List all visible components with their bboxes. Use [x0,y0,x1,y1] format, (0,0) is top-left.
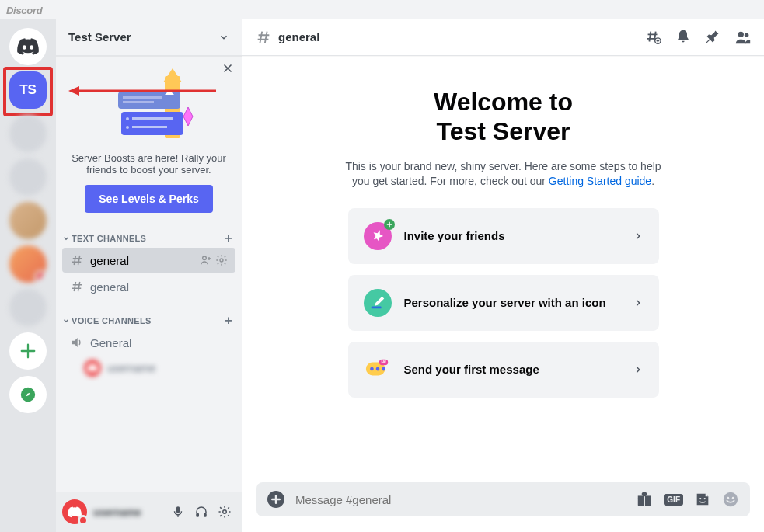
server-header[interactable]: Test Server [56,19,242,56]
pin-icon [705,29,720,44]
notifications-button[interactable] [675,29,691,46]
server-icon-blurred[interactable] [9,289,47,326]
attach-button[interactable] [267,491,284,508]
add-server-button[interactable] [9,332,47,370]
emoji-button[interactable] [722,491,739,508]
speaker-icon [70,336,84,349]
text-channels-category[interactable]: TEXT CHANNELS + [56,225,242,247]
hash-icon [70,280,84,294]
self-username[interactable]: username [93,506,161,518]
chevron-down-icon [218,32,229,43]
svg-rect-4 [123,96,162,99]
status-indicator [78,515,89,526]
server-icon-blurred[interactable] [9,158,47,196]
action-label: Invite your friends [404,229,633,242]
message-input[interactable] [295,493,636,506]
plus-icon [271,495,281,504]
explore-servers-button[interactable] [9,376,47,413]
paint-icon [364,289,392,317]
pinned-messages-button[interactable] [705,29,720,46]
gif-button[interactable]: GIF [664,494,683,506]
svg-point-34 [724,492,738,506]
channel-name: general [90,254,129,267]
member-list-button[interactable] [734,29,752,46]
hash-icon [70,253,84,267]
user-panel: username [56,492,242,532]
svg-point-26 [382,367,385,371]
svg-point-13 [203,256,207,260]
text-channel-general[interactable]: general [62,274,235,299]
invite-icon [364,222,392,250]
voice-channel-general[interactable]: General [62,330,235,355]
svg-point-32 [699,498,701,499]
svg-text:Hi!: Hi! [381,360,386,364]
deafen-button[interactable] [190,501,212,523]
server-icon-blurred[interactable] [9,245,47,283]
svg-point-10 [126,126,129,129]
server-icon-test-server[interactable]: TS [9,71,47,109]
welcome-text: This is your brand new, shiny server. He… [340,159,667,190]
personalize-server-card[interactable]: Personalize your server with an icon [348,275,659,331]
bell-icon [675,29,691,44]
threads-icon [644,29,661,46]
sticker-button[interactable] [694,491,711,508]
plus-icon [19,342,37,360]
voice-user[interactable]: username [56,356,242,381]
svg-point-35 [727,497,729,499]
home-button[interactable] [9,28,47,65]
self-avatar[interactable] [62,499,87,524]
svg-rect-15 [176,506,180,513]
message-compose: GIF [256,482,750,516]
boost-button[interactable]: See Levels & Perks [85,185,212,213]
create-channel-button[interactable]: + [225,314,232,328]
getting-started-link[interactable]: Getting Started guide [549,175,651,187]
boost-promo-card: Server Boosts are here! Rally your frien… [56,56,242,225]
gear-icon [218,505,232,519]
svg-point-14 [220,259,223,262]
threads-button[interactable] [644,29,661,46]
category-label: VOICE CHANNELS [72,316,152,325]
boost-illustration [68,68,229,146]
svg-rect-17 [204,513,207,517]
app-title: Discord [6,5,42,16]
text-channel-general[interactable]: general [62,248,235,273]
voice-username: username [107,362,155,374]
chevron-right-icon [633,231,644,242]
svg-point-21 [745,33,749,37]
create-channel-button[interactable]: + [225,231,232,245]
channel-settings-icon[interactable] [215,254,228,266]
svg-point-18 [223,510,227,514]
chevron-right-icon [633,364,644,375]
invite-friends-card[interactable]: Invite your friends [348,208,659,264]
user-settings-button[interactable] [214,501,235,523]
hash-icon [255,29,272,46]
gift-icon [636,491,653,508]
gift-button[interactable] [636,491,653,508]
server-acronym: TS [19,82,37,98]
server-list: TS [0,19,56,532]
mute-button[interactable] [167,501,189,523]
message-icon: Hi! [364,356,392,384]
notification-badge [34,270,47,283]
avatar [84,360,101,377]
chevron-right-icon [633,297,644,308]
headphones-icon [194,505,208,519]
svg-point-8 [126,117,129,120]
svg-rect-5 [123,101,154,103]
voice-channels-category[interactable]: VOICE CHANNELS + [56,308,242,329]
channel-name: General [90,336,131,349]
svg-rect-31 [644,495,645,506]
first-message-card[interactable]: Hi! Send your first message [348,342,659,398]
create-invite-icon[interactable] [200,254,212,266]
svg-marker-2 [163,68,182,82]
action-label: Personalize your server with an icon [404,296,633,309]
server-icon-blurred[interactable] [9,202,47,239]
category-label: TEXT CHANNELS [72,234,146,243]
chevron-down-icon [62,317,70,325]
channel-title: general [278,30,319,43]
server-icon-blurred[interactable] [9,115,47,152]
action-label: Send your first message [404,363,633,376]
close-button[interactable] [222,62,234,75]
svg-marker-12 [183,107,193,126]
channel-sidebar: Test Server [56,19,242,532]
